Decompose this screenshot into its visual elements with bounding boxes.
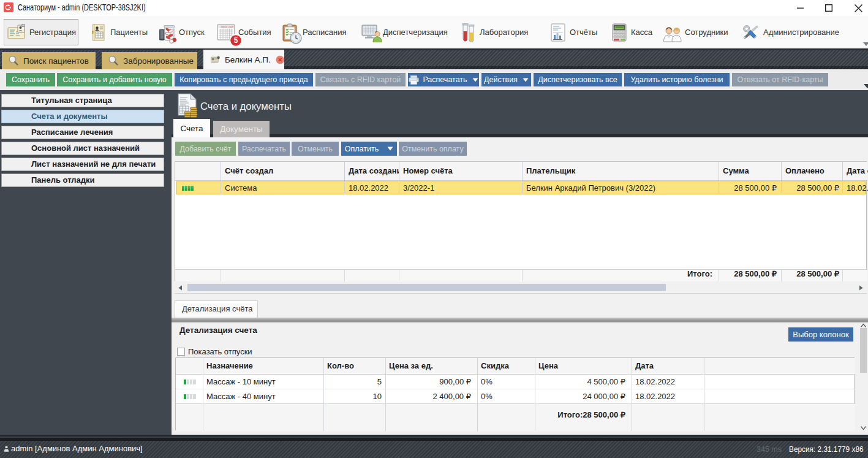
svg-text:Januar 2009: Januar 2009 xyxy=(221,26,233,28)
svg-text:5: 5 xyxy=(234,36,238,45)
